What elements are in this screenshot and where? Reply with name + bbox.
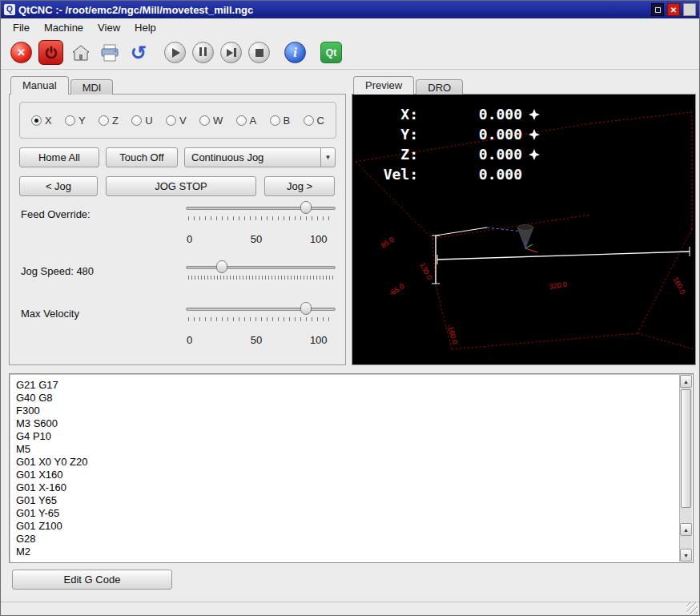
radio-icon bbox=[270, 115, 280, 126]
tab-mdi[interactable]: MDI bbox=[70, 79, 114, 95]
stop-button[interactable] bbox=[248, 42, 270, 63]
menu-help[interactable]: Help bbox=[127, 20, 163, 35]
axis-radio-v[interactable]: V bbox=[166, 115, 187, 127]
print-button[interactable] bbox=[99, 42, 121, 64]
dim-label-minus65: -65.0 bbox=[388, 282, 406, 298]
tab-preview[interactable]: Preview bbox=[353, 76, 414, 95]
edit-gcode-button[interactable]: Edit G Code bbox=[12, 570, 172, 590]
resize-grip[interactable] bbox=[686, 602, 698, 614]
jog-speed-label: Jog Speed: 480 bbox=[21, 265, 94, 277]
slider-handle[interactable] bbox=[300, 201, 312, 214]
menu-view[interactable]: View bbox=[91, 20, 127, 35]
axis-radio-u[interactable]: U bbox=[131, 115, 152, 127]
info-icon: i bbox=[293, 46, 296, 60]
slider-ticks bbox=[188, 216, 333, 220]
axis-select-group: X Y Z U V W A B C bbox=[19, 102, 336, 139]
shade-button[interactable] bbox=[683, 3, 696, 16]
control-tabbar: Manual MDI bbox=[10, 76, 115, 95]
axis-radio-a[interactable]: A bbox=[236, 115, 257, 127]
gcode-line: M2 bbox=[16, 546, 675, 558]
tab-dro[interactable]: DRO bbox=[416, 79, 463, 95]
gcode-line: G28 bbox=[16, 533, 675, 546]
run-button[interactable] bbox=[164, 42, 186, 63]
qt-button[interactable]: Qt bbox=[320, 42, 342, 63]
radio-icon bbox=[131, 115, 142, 126]
slider-handle[interactable] bbox=[300, 302, 312, 315]
statusbar bbox=[1, 602, 699, 615]
qt-logo: Qt bbox=[326, 47, 336, 58]
gcode-scrollbar[interactable]: ▲ ▲ ▼ bbox=[679, 375, 692, 562]
slider-groove bbox=[186, 308, 336, 311]
abort-button[interactable]: ✕ bbox=[10, 42, 32, 63]
estop-button[interactable] bbox=[38, 40, 63, 65]
radio-icon bbox=[31, 115, 42, 126]
axis-radio-z[interactable]: Z bbox=[99, 115, 119, 127]
gcode-line: G4 P10 bbox=[16, 430, 675, 443]
info-button[interactable]: i bbox=[284, 42, 306, 63]
max-velocity-scale: 0 50 100 bbox=[187, 334, 339, 345]
menu-file[interactable]: File bbox=[6, 20, 37, 35]
gcode-line: M3 S600 bbox=[16, 417, 675, 430]
feed-override-slider[interactable] bbox=[186, 199, 336, 222]
touch-off-button[interactable]: Touch Off bbox=[106, 147, 178, 167]
printer-icon bbox=[100, 44, 119, 62]
axis-radio-b[interactable]: B bbox=[270, 115, 291, 127]
menubar: File Machine View Help bbox=[1, 18, 699, 36]
dim-label-minus160: -160.0 bbox=[445, 324, 459, 345]
gcode-line: M5 bbox=[16, 443, 675, 456]
axis-marker-icon bbox=[529, 129, 540, 140]
slider-ticks bbox=[188, 276, 333, 280]
chevron-down-icon[interactable]: ▼ bbox=[320, 148, 335, 167]
radio-icon bbox=[65, 115, 75, 126]
window-title: QtCNC :- /root/emc2/ngc/Mill/movetest_mi… bbox=[18, 4, 648, 16]
slider-ticks bbox=[188, 317, 333, 321]
gcode-line: G01 X0 Y0 Z20 bbox=[16, 456, 675, 469]
titlebar[interactable]: Q QtCNC :- /root/emc2/ngc/Mill/movetest_… bbox=[1, 1, 699, 18]
reload-button[interactable]: ↺ bbox=[127, 42, 150, 64]
jog-plus-button[interactable]: Jog > bbox=[264, 176, 335, 196]
manual-panel: X Y Z U V W A B C Home All Touch Off Con… bbox=[9, 94, 346, 365]
abort-icon: ✕ bbox=[17, 46, 26, 58]
radio-icon bbox=[236, 115, 247, 126]
menu-machine[interactable]: Machine bbox=[37, 20, 91, 35]
qtcnc-window: Q QtCNC :- /root/emc2/ngc/Mill/movetest_… bbox=[0, 0, 700, 616]
feed-override-label: Feed Override: bbox=[21, 208, 91, 220]
dim-label-85: 85.0 bbox=[380, 236, 396, 250]
preview-viewport[interactable]: 85.0 -65.0 130.0 320.0 -160.0 160.0 X: 0… bbox=[352, 94, 696, 365]
jog-minus-button[interactable]: < Jog bbox=[19, 176, 98, 196]
scroll-up-icon[interactable]: ▲ bbox=[680, 523, 692, 536]
minimize-button[interactable] bbox=[651, 3, 664, 16]
feed-override-scale: 0 50 100 bbox=[187, 233, 339, 244]
scrollbar-thumb[interactable] bbox=[681, 389, 691, 508]
app-icon: Q bbox=[4, 4, 15, 15]
dro-row-z: Z: 0.000 bbox=[352, 144, 540, 164]
tab-manual[interactable]: Manual bbox=[10, 76, 69, 95]
dim-label-130: 130.0 bbox=[418, 261, 433, 281]
gcode-listing[interactable]: G21 G17 G40 G8 F300 M3 S600 G4 P10 M5 G0… bbox=[9, 373, 694, 563]
jog-stop-button[interactable]: JOG STOP bbox=[106, 176, 256, 196]
axis-radio-c[interactable]: C bbox=[304, 115, 324, 127]
scroll-up-icon[interactable]: ▲ bbox=[680, 375, 692, 388]
jog-mode-combobox[interactable]: Continuous Jog ▼ bbox=[184, 147, 336, 167]
scroll-down-icon[interactable]: ▼ bbox=[680, 549, 692, 562]
close-button[interactable]: ✕ bbox=[667, 3, 680, 16]
axis-radio-x[interactable]: X bbox=[31, 115, 52, 127]
step-icon bbox=[227, 48, 236, 57]
max-velocity-slider[interactable] bbox=[186, 300, 336, 323]
axis-radio-w[interactable]: W bbox=[199, 115, 223, 127]
gcode-line: F300 bbox=[16, 405, 675, 417]
home-button[interactable] bbox=[70, 42, 92, 64]
preview-tabwidget: Preview DRO bbox=[352, 76, 696, 365]
slider-handle[interactable] bbox=[216, 260, 227, 273]
pause-button[interactable] bbox=[192, 42, 214, 63]
step-button[interactable] bbox=[220, 42, 242, 63]
axis-radio-y[interactable]: Y bbox=[65, 115, 86, 127]
jog-speed-slider[interactable] bbox=[186, 259, 336, 281]
radio-icon bbox=[99, 115, 109, 126]
reload-icon: ↺ bbox=[131, 43, 147, 62]
play-icon bbox=[172, 48, 180, 58]
radio-icon bbox=[304, 115, 314, 126]
home-all-button[interactable]: Home All bbox=[19, 147, 99, 167]
stop-icon bbox=[255, 49, 264, 57]
gcode-line: G01 Z100 bbox=[16, 520, 675, 533]
